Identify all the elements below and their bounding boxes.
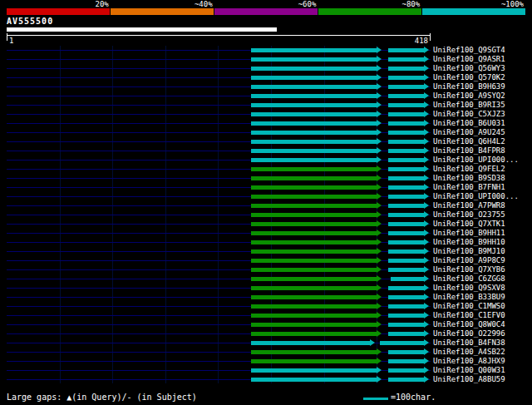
hit-label[interactable]: UniRef100_Q9SGT4 (433, 46, 505, 55)
alignment-segment[interactable] (251, 259, 377, 263)
hit-label[interactable]: UniRef100_A9SYQ2 (433, 91, 505, 101)
alignment-segment[interactable] (251, 158, 377, 162)
alignment-segment[interactable] (388, 249, 424, 254)
alignment-segment[interactable] (251, 350, 377, 354)
hit-label[interactable]: UniRef100_Q570K2 (433, 73, 505, 82)
alignment-segment[interactable] (251, 314, 377, 318)
hit-label[interactable]: UniRef100_B33BU9 (433, 293, 505, 302)
alignment-segment[interactable] (251, 323, 377, 327)
alignment-segment[interactable] (251, 304, 377, 309)
alignment-segment[interactable] (388, 76, 424, 80)
hit-label[interactable]: UniRef100_UPI000... (433, 156, 519, 165)
hit-label[interactable]: UniRef100_A9P8C9 (433, 256, 505, 265)
hit-label[interactable]: UniRef100_Q6H4L2 (433, 137, 505, 146)
alignment-segment[interactable] (388, 323, 424, 327)
hit-label[interactable]: UniRef100_C5XJZ3 (433, 110, 505, 119)
alignment-segment[interactable] (251, 268, 377, 272)
hit-label[interactable]: UniRef100_Q8W0C4 (433, 320, 505, 329)
alignment-segment[interactable] (388, 314, 424, 318)
alignment-segment[interactable] (388, 131, 424, 135)
hit-label[interactable]: UniRef100_Q00W31 (433, 366, 505, 375)
hit-label[interactable]: UniRef100_B9H639 (433, 82, 505, 91)
hit-label[interactable]: UniRef100_B9HH10 (433, 238, 505, 247)
alignment-segment[interactable] (251, 213, 377, 217)
alignment-segment[interactable] (388, 149, 424, 153)
alignment-segment[interactable] (388, 204, 424, 208)
alignment-segment[interactable] (388, 158, 424, 162)
alignment-segment[interactable] (388, 286, 424, 290)
alignment-segment[interactable] (388, 140, 424, 144)
hit-label[interactable]: UniRef100_O23755 (433, 210, 505, 220)
hit-label[interactable]: UniRef100_C1MWS0 (433, 302, 505, 311)
alignment-segment[interactable] (388, 213, 424, 217)
hit-label[interactable]: UniRef100_B7FNH1 (433, 183, 505, 192)
hit-label[interactable]: UniRef100_A8JHX9 (433, 357, 505, 366)
alignment-segment[interactable] (388, 195, 424, 199)
alignment-segment[interactable] (388, 350, 424, 354)
alignment-segment[interactable] (388, 121, 424, 126)
hit-label[interactable]: UniRef100_C1EFV0 (433, 311, 505, 320)
hit-label[interactable]: UniRef100_Q9ASR1 (433, 55, 505, 64)
alignment-segment[interactable] (251, 286, 377, 290)
alignment-segment[interactable] (388, 48, 424, 52)
alignment-segment[interactable] (391, 277, 424, 281)
alignment-segment[interactable] (388, 94, 424, 98)
alignment-segment[interactable] (251, 121, 377, 126)
alignment-segment[interactable] (388, 222, 424, 226)
alignment-segment[interactable] (251, 103, 377, 107)
hit-label[interactable]: UniRef100_C6ZGG8 (433, 274, 505, 284)
alignment-segment[interactable] (251, 295, 377, 299)
alignment-segment[interactable] (388, 176, 424, 180)
alignment-segment[interactable] (251, 231, 377, 235)
alignment-segment[interactable] (388, 259, 424, 263)
alignment-segment[interactable] (251, 378, 377, 382)
alignment-segment[interactable] (251, 57, 377, 62)
alignment-segment[interactable] (251, 240, 377, 244)
alignment-segment[interactable] (251, 112, 377, 116)
alignment-segment[interactable] (251, 359, 377, 363)
hit-label[interactable]: UniRef100_B4FPR8 (433, 146, 505, 156)
hit-label[interactable]: UniRef100_B9MJ10 (433, 247, 505, 256)
alignment-segment[interactable] (388, 332, 424, 336)
alignment-segment[interactable] (251, 85, 377, 89)
hit-label[interactable]: UniRef100_B9SD38 (433, 174, 505, 183)
hit-label[interactable]: UniRef100_B9HH11 (433, 229, 505, 238)
alignment-segment[interactable] (251, 277, 377, 281)
alignment-segment[interactable] (388, 112, 424, 116)
hit-label[interactable]: UniRef100_A4SB22 (433, 348, 505, 357)
alignment-segment[interactable] (251, 131, 377, 135)
alignment-segment[interactable] (388, 67, 424, 71)
alignment-segment[interactable] (251, 48, 377, 52)
alignment-segment[interactable] (380, 341, 424, 345)
alignment-segment[interactable] (388, 103, 424, 107)
alignment-segment[interactable] (251, 332, 377, 336)
alignment-segment[interactable] (388, 368, 424, 373)
alignment-segment[interactable] (251, 341, 370, 345)
hit-label[interactable]: UniRef100_UPI000... (433, 192, 519, 201)
hit-label[interactable]: UniRef100_Q7XYB6 (433, 265, 505, 274)
alignment-segment[interactable] (251, 67, 377, 71)
hit-label[interactable]: UniRef100_B6U031 (433, 119, 505, 128)
alignment-segment[interactable] (251, 222, 377, 226)
alignment-segment[interactable] (251, 94, 377, 98)
hit-label[interactable]: UniRef100_A8BU59 (433, 375, 505, 384)
hit-label[interactable]: UniRef100_B9RI35 (433, 101, 505, 110)
alignment-segment[interactable] (388, 378, 424, 382)
hit-label[interactable]: UniRef100_B4FN38 (433, 338, 505, 348)
alignment-segment[interactable] (388, 57, 424, 62)
hit-label[interactable]: UniRef100_Q7XTK1 (433, 220, 505, 229)
alignment-segment[interactable] (388, 359, 424, 363)
hit-label[interactable]: UniRef100_Q9FEL2 (433, 165, 505, 174)
alignment-segment[interactable] (251, 140, 377, 144)
alignment-segment[interactable] (251, 76, 377, 80)
alignment-segment[interactable] (388, 167, 424, 171)
hit-label[interactable]: UniRef100_A9U245 (433, 128, 505, 137)
alignment-segment[interactable] (388, 268, 424, 272)
hit-label[interactable]: UniRef100_Q9SXV8 (433, 284, 505, 293)
alignment-segment[interactable] (251, 195, 377, 199)
alignment-segment[interactable] (251, 149, 377, 153)
alignment-segment[interactable] (388, 231, 424, 235)
alignment-segment[interactable] (251, 167, 377, 171)
alignment-segment[interactable] (251, 185, 377, 190)
hit-label[interactable]: UniRef100_A7PWR8 (433, 201, 505, 210)
